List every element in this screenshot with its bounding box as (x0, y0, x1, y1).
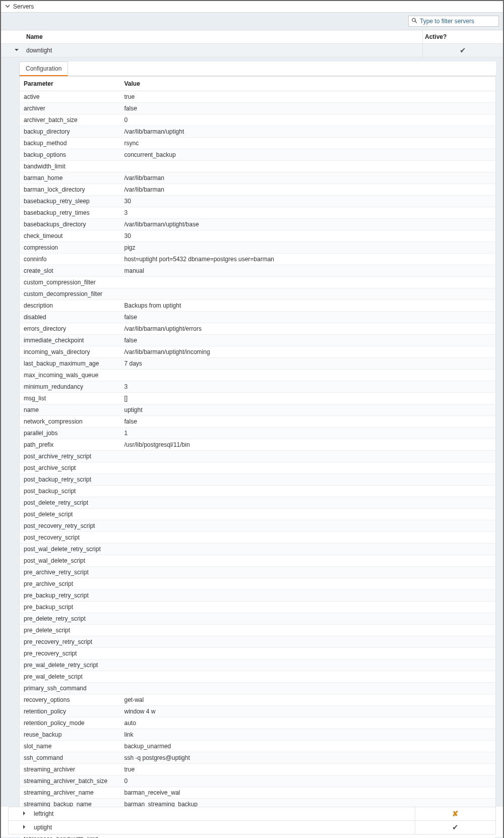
param-value (120, 370, 496, 381)
table-row[interactable]: basebackup_retry_sleep30 (20, 196, 496, 207)
param-value (120, 161, 496, 172)
filter-servers-input[interactable] (408, 16, 499, 27)
table-row[interactable]: retention_policy_modeauto (20, 717, 496, 729)
table-row[interactable]: pre_recovery_retry_script (20, 636, 496, 648)
table-row[interactable]: slot_namebackup_unarmed (20, 741, 496, 752)
param-name: conninfo (20, 254, 120, 265)
table-row[interactable]: parallel_jobs1 (20, 428, 496, 439)
table-row[interactable]: activetrue (20, 91, 496, 103)
table-row[interactable]: streaming_archivertrue (20, 764, 496, 775)
table-row[interactable]: reuse_backuplink (20, 729, 496, 741)
table-row[interactable]: msg_list[] (20, 393, 496, 404)
param-name: post_wal_delete_retry_script (20, 544, 120, 555)
table-row[interactable]: descriptionBackups from uptight (20, 300, 496, 312)
column-name-header[interactable]: Name (24, 30, 422, 43)
table-row[interactable]: post_recovery_script (20, 532, 496, 544)
table-row[interactable]: nameuptight (20, 404, 496, 416)
expand-toggle-icon[interactable] (1, 47, 24, 54)
table-row[interactable]: ssh_commandssh -q postgres@uptight (20, 752, 496, 764)
table-row[interactable]: errors_directory/var/lib/barman/uptight/… (20, 323, 496, 335)
table-row[interactable]: pre_archive_script (20, 578, 496, 590)
param-name: pre_archive_retry_script (20, 567, 120, 578)
table-row[interactable]: post_archive_script (20, 462, 496, 474)
table-row[interactable]: network_compressionfalse (20, 416, 496, 428)
param-name: post_wal_delete_script (20, 555, 120, 567)
config-col-value[interactable]: Value (120, 77, 496, 91)
param-name: pre_wal_delete_retry_script (20, 660, 120, 671)
table-row[interactable]: streaming_archiver_batch_size0 (20, 775, 496, 787)
table-row[interactable]: max_incoming_wals_queue (20, 370, 496, 381)
table-row[interactable]: bandwidth_limit (20, 161, 496, 172)
table-row[interactable]: incoming_wals_directory/var/lib/barman/u… (20, 346, 496, 358)
param-name: streaming_archiver_name (20, 787, 120, 799)
table-row[interactable]: pre_recovery_script (20, 648, 496, 660)
param-value (120, 613, 496, 625)
table-row[interactable]: pre_delete_script (20, 625, 496, 636)
table-row[interactable]: backup_directory/var/lib/barman/uptight (20, 126, 496, 138)
param-value: backup_unarmed (120, 741, 496, 752)
server-active-status: ✘ (415, 807, 495, 820)
table-row[interactable]: minimum_redundancy3 (20, 381, 496, 393)
table-row[interactable]: immediate_checkpointfalse (20, 335, 496, 346)
server-active-status: ✔ (415, 821, 495, 834)
table-row[interactable]: backup_optionsconcurrent_backup (20, 149, 496, 161)
param-name: post_archive_retry_script (20, 451, 120, 462)
server-row-downtight[interactable]: downtight ✔ (1, 44, 503, 57)
table-row[interactable]: post_delete_script (20, 509, 496, 520)
table-row[interactable]: backup_methodrsync (20, 138, 496, 149)
table-row[interactable]: streaming_archiver_namebarman_receive_wa… (20, 787, 496, 799)
table-row[interactable]: barman_lock_directory/var/lib/barman (20, 184, 496, 196)
table-row[interactable]: post_backup_script (20, 486, 496, 497)
table-row[interactable]: check_timeout30 (20, 230, 496, 242)
expand-toggle-icon[interactable] (9, 810, 32, 817)
table-row[interactable]: post_wal_delete_retry_script (20, 544, 496, 555)
table-row[interactable]: recovery_optionsget-wal (20, 694, 496, 706)
table-row[interactable]: compressionpigz (20, 242, 496, 254)
param-value: 7 days (120, 358, 496, 370)
param-name: pre_backup_retry_script (20, 590, 120, 602)
table-row[interactable]: pre_wal_delete_retry_script (20, 660, 496, 671)
server-row-uptight[interactable]: uptight ✔ (8, 820, 496, 834)
table-row[interactable]: conninfohost=uptight port=5432 dbname=po… (20, 254, 496, 265)
table-row[interactable]: post_archive_retry_script (20, 451, 496, 462)
config-col-parameter[interactable]: Parameter (20, 77, 120, 91)
table-row[interactable]: archiverfalse (20, 103, 496, 114)
table-row[interactable]: basebackup_retry_times3 (20, 207, 496, 219)
table-row[interactable]: basebackups_directory/var/lib/barman/upt… (20, 219, 496, 230)
table-row[interactable]: archiver_batch_size0 (20, 114, 496, 126)
table-row[interactable]: post_backup_retry_script (20, 474, 496, 486)
table-row[interactable]: path_prefix/usr/lib/postgresql/11/bin (20, 439, 496, 451)
table-row[interactable]: barman_home/var/lib/barman (20, 172, 496, 184)
table-row[interactable]: pre_wal_delete_script (20, 671, 496, 683)
table-row[interactable]: retention_policywindow 4 w (20, 706, 496, 717)
table-row[interactable]: post_delete_retry_script (20, 497, 496, 509)
table-row[interactable]: post_recovery_retry_script (20, 520, 496, 532)
table-row[interactable]: pre_backup_script (20, 602, 496, 613)
column-active-header[interactable]: Active? (422, 30, 503, 43)
param-value: /var/lib/barman/uptight/base (120, 219, 496, 230)
table-row[interactable]: pre_delete_retry_script (20, 613, 496, 625)
filter-wrap (408, 16, 499, 27)
expand-toggle-icon[interactable] (9, 824, 32, 831)
table-row[interactable]: create_slotmanual (20, 265, 496, 277)
table-row[interactable]: disabledfalse (20, 312, 496, 323)
table-row[interactable]: post_wal_delete_script (20, 555, 496, 567)
table-row[interactable]: last_backup_maximum_age7 days (20, 358, 496, 370)
param-name: disabled (20, 312, 120, 323)
param-value: /var/lib/barman/uptight/incoming (120, 346, 496, 358)
tab-configuration[interactable]: Configuration (19, 62, 68, 76)
table-row[interactable]: primary_ssh_command (20, 683, 496, 694)
server-list-header: Name Active? (1, 30, 503, 44)
param-value (120, 671, 496, 683)
server-row-leftright[interactable]: leftright ✘ (8, 807, 496, 821)
table-row[interactable]: custom_decompression_filter (20, 288, 496, 300)
table-row[interactable]: custom_compression_filter (20, 277, 496, 288)
param-name: create_slot (20, 265, 120, 277)
param-name: retention_policy (20, 706, 120, 717)
param-value: 3 (120, 207, 496, 219)
collapse-panel-icon[interactable] (5, 3, 10, 10)
param-value (120, 532, 496, 544)
table-row[interactable]: pre_archive_retry_script (20, 567, 496, 578)
configuration-table: Parameter Value activetruearchiverfalsea… (19, 76, 496, 838)
table-row[interactable]: pre_backup_retry_script (20, 590, 496, 602)
